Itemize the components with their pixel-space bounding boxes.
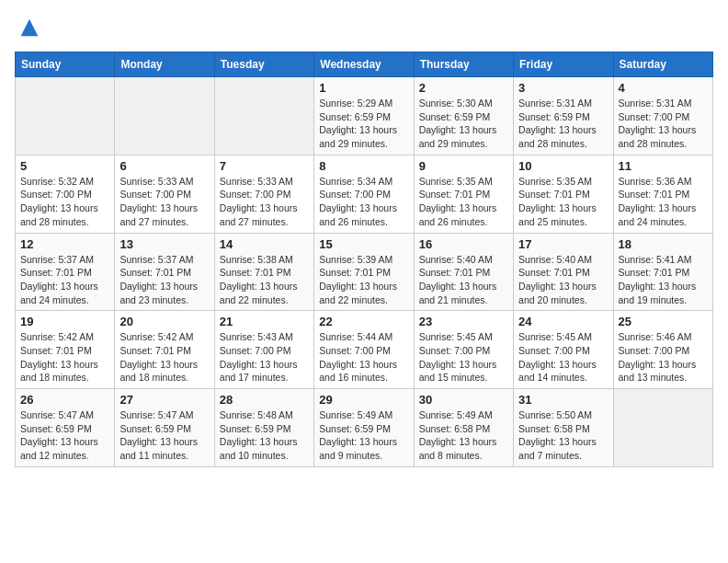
weekday-header-friday: Friday [514, 52, 613, 77]
day-number: 3 [518, 81, 608, 95]
day-info: Sunrise: 5:30 AM Sunset: 6:59 PM Dayligh… [419, 97, 508, 151]
day-number: 14 [220, 237, 309, 251]
day-info: Sunrise: 5:33 AM Sunset: 7:00 PM Dayligh… [220, 175, 309, 229]
calendar-cell: 12Sunrise: 5:37 AM Sunset: 7:01 PM Dayli… [16, 233, 115, 311]
day-number: 19 [20, 315, 109, 328]
day-info: Sunrise: 5:45 AM Sunset: 7:00 PM Dayligh… [419, 330, 508, 385]
calendar-cell [115, 77, 214, 155]
day-info: Sunrise: 5:34 AM Sunset: 7:00 PM Dayligh… [319, 175, 408, 229]
day-info: Sunrise: 5:41 AM Sunset: 7:01 PM Dayligh… [619, 253, 708, 307]
day-info: Sunrise: 5:40 AM Sunset: 7:01 PM Dayligh… [419, 253, 508, 307]
calendar-cell: 19Sunrise: 5:42 AM Sunset: 7:01 PM Dayli… [16, 311, 115, 389]
day-number: 10 [518, 159, 608, 173]
day-number: 17 [518, 237, 608, 251]
logo [15, 15, 42, 40]
day-info: Sunrise: 5:36 AM Sunset: 7:01 PM Dayligh… [619, 175, 708, 229]
day-info: Sunrise: 5:33 AM Sunset: 7:00 PM Dayligh… [119, 175, 209, 229]
day-info: Sunrise: 5:49 AM Sunset: 6:59 PM Dayligh… [319, 408, 408, 463]
week-row-4: 19Sunrise: 5:42 AM Sunset: 7:01 PM Dayli… [16, 311, 713, 389]
calendar-cell: 15Sunrise: 5:39 AM Sunset: 7:01 PM Dayli… [314, 233, 414, 311]
day-number: 13 [119, 237, 209, 251]
day-info: Sunrise: 5:37 AM Sunset: 7:01 PM Dayligh… [119, 253, 209, 307]
calendar-cell: 16Sunrise: 5:40 AM Sunset: 7:01 PM Dayli… [414, 233, 513, 311]
calendar-cell: 10Sunrise: 5:35 AM Sunset: 7:01 PM Dayli… [514, 155, 613, 233]
calendar-cell: 21Sunrise: 5:43 AM Sunset: 7:00 PM Dayli… [214, 311, 313, 389]
day-info: Sunrise: 5:40 AM Sunset: 7:01 PM Dayligh… [518, 253, 608, 307]
day-info: Sunrise: 5:43 AM Sunset: 7:00 PM Dayligh… [220, 330, 309, 385]
day-number: 6 [119, 159, 209, 173]
day-info: Sunrise: 5:38 AM Sunset: 7:01 PM Dayligh… [220, 253, 309, 307]
calendar-header: SundayMondayTuesdayWednesdayThursdayFrid… [16, 52, 713, 77]
weekday-header-row: SundayMondayTuesdayWednesdayThursdayFrid… [16, 52, 713, 77]
day-number: 20 [119, 315, 209, 328]
calendar-cell: 9Sunrise: 5:35 AM Sunset: 7:01 PM Daylig… [414, 155, 513, 233]
day-number: 23 [419, 315, 508, 328]
day-info: Sunrise: 5:42 AM Sunset: 7:01 PM Dayligh… [119, 330, 209, 385]
calendar-cell: 29Sunrise: 5:49 AM Sunset: 6:59 PM Dayli… [314, 389, 414, 467]
day-number: 18 [619, 237, 708, 251]
calendar-cell: 3Sunrise: 5:31 AM Sunset: 6:59 PM Daylig… [514, 77, 613, 155]
calendar-cell: 4Sunrise: 5:31 AM Sunset: 7:00 PM Daylig… [613, 77, 712, 155]
calendar-cell [613, 389, 712, 467]
calendar-cell: 5Sunrise: 5:32 AM Sunset: 7:00 PM Daylig… [16, 155, 115, 233]
day-number: 5 [20, 159, 109, 173]
weekday-header-sunday: Sunday [16, 52, 115, 77]
calendar-body: 1Sunrise: 5:29 AM Sunset: 6:59 PM Daylig… [16, 77, 713, 467]
day-number: 11 [619, 159, 708, 173]
calendar-cell: 24Sunrise: 5:45 AM Sunset: 7:00 PM Dayli… [514, 311, 613, 389]
day-info: Sunrise: 5:48 AM Sunset: 6:59 PM Dayligh… [220, 408, 309, 463]
week-row-5: 26Sunrise: 5:47 AM Sunset: 6:59 PM Dayli… [16, 389, 713, 467]
day-info: Sunrise: 5:42 AM Sunset: 7:01 PM Dayligh… [20, 330, 109, 385]
day-number: 4 [619, 81, 708, 95]
calendar-cell: 26Sunrise: 5:47 AM Sunset: 6:59 PM Dayli… [16, 389, 115, 467]
week-row-1: 1Sunrise: 5:29 AM Sunset: 6:59 PM Daylig… [16, 77, 713, 155]
calendar-cell: 30Sunrise: 5:49 AM Sunset: 6:58 PM Dayli… [414, 389, 513, 467]
calendar-cell: 27Sunrise: 5:47 AM Sunset: 6:59 PM Dayli… [115, 389, 214, 467]
day-info: Sunrise: 5:37 AM Sunset: 7:01 PM Dayligh… [20, 253, 109, 307]
day-number: 15 [319, 237, 408, 251]
weekday-header-saturday: Saturday [613, 52, 712, 77]
day-info: Sunrise: 5:31 AM Sunset: 7:00 PM Dayligh… [619, 97, 708, 151]
day-info: Sunrise: 5:31 AM Sunset: 6:59 PM Dayligh… [518, 97, 608, 151]
day-number: 22 [319, 315, 408, 328]
weekday-header-tuesday: Tuesday [214, 52, 313, 77]
day-number: 16 [419, 237, 508, 251]
day-info: Sunrise: 5:46 AM Sunset: 7:00 PM Dayligh… [619, 330, 708, 385]
day-info: Sunrise: 5:35 AM Sunset: 7:01 PM Dayligh… [518, 175, 608, 229]
day-number: 8 [319, 159, 408, 173]
day-number: 29 [319, 393, 408, 407]
calendar-cell: 11Sunrise: 5:36 AM Sunset: 7:01 PM Dayli… [613, 155, 712, 233]
day-number: 21 [220, 315, 309, 328]
weekday-header-wednesday: Wednesday [314, 52, 414, 77]
calendar-cell: 20Sunrise: 5:42 AM Sunset: 7:01 PM Dayli… [115, 311, 214, 389]
day-number: 2 [419, 81, 508, 95]
calendar-cell: 1Sunrise: 5:29 AM Sunset: 6:59 PM Daylig… [314, 77, 414, 155]
calendar-cell: 13Sunrise: 5:37 AM Sunset: 7:01 PM Dayli… [115, 233, 214, 311]
day-info: Sunrise: 5:50 AM Sunset: 6:58 PM Dayligh… [518, 408, 608, 463]
calendar-cell [214, 77, 313, 155]
day-number: 28 [220, 393, 309, 407]
calendar-cell: 22Sunrise: 5:44 AM Sunset: 7:00 PM Dayli… [314, 311, 414, 389]
day-number: 30 [419, 393, 508, 407]
calendar-cell: 6Sunrise: 5:33 AM Sunset: 7:00 PM Daylig… [115, 155, 214, 233]
calendar-cell: 17Sunrise: 5:40 AM Sunset: 7:01 PM Dayli… [514, 233, 613, 311]
calendar-cell: 23Sunrise: 5:45 AM Sunset: 7:00 PM Dayli… [414, 311, 513, 389]
calendar-cell: 14Sunrise: 5:38 AM Sunset: 7:01 PM Dayli… [214, 233, 313, 311]
day-number: 9 [419, 159, 508, 173]
day-info: Sunrise: 5:29 AM Sunset: 6:59 PM Dayligh… [319, 97, 408, 151]
weekday-header-thursday: Thursday [414, 52, 513, 77]
calendar-cell: 25Sunrise: 5:46 AM Sunset: 7:00 PM Dayli… [613, 311, 712, 389]
weekday-header-monday: Monday [115, 52, 214, 77]
page-header [15, 15, 713, 40]
day-info: Sunrise: 5:47 AM Sunset: 6:59 PM Dayligh… [119, 408, 209, 463]
day-info: Sunrise: 5:45 AM Sunset: 7:00 PM Dayligh… [518, 330, 608, 385]
day-info: Sunrise: 5:44 AM Sunset: 7:00 PM Dayligh… [319, 330, 408, 385]
day-number: 1 [319, 81, 408, 95]
svg-marker-0 [21, 19, 39, 37]
day-info: Sunrise: 5:49 AM Sunset: 6:58 PM Dayligh… [419, 408, 508, 463]
day-number: 31 [518, 393, 608, 407]
day-number: 24 [518, 315, 608, 328]
calendar-cell: 2Sunrise: 5:30 AM Sunset: 6:59 PM Daylig… [414, 77, 513, 155]
day-info: Sunrise: 5:35 AM Sunset: 7:01 PM Dayligh… [419, 175, 508, 229]
day-info: Sunrise: 5:47 AM Sunset: 6:59 PM Dayligh… [20, 408, 109, 463]
